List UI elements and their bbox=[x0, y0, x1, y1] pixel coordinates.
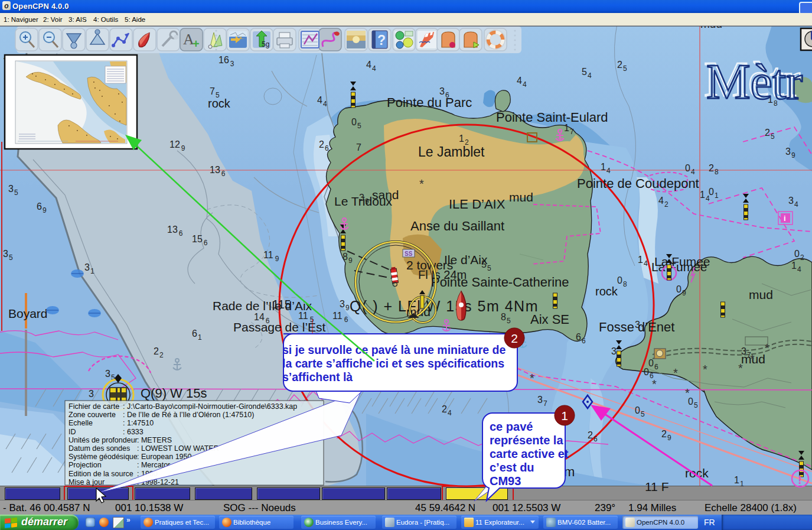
svg-text:2: 2 bbox=[442, 404, 447, 414]
svg-text:!: ! bbox=[798, 473, 802, 486]
svg-text:8: 8 bbox=[501, 312, 506, 322]
svg-text:7: 7 bbox=[210, 86, 215, 96]
svg-text:Pointe de Coudepont: Pointe de Coudepont bbox=[577, 176, 699, 191]
svg-text:les: les bbox=[549, 452, 565, 466]
svg-text:rock: rock bbox=[595, 285, 618, 298]
svg-text:4: 4 bbox=[706, 194, 710, 203]
svg-text:rock: rock bbox=[685, 466, 709, 480]
svg-text:3: 3 bbox=[84, 262, 90, 272]
svg-text:7: 7 bbox=[543, 399, 547, 408]
svg-text:2: 2 bbox=[465, 138, 469, 147]
svg-text:2: 2 bbox=[661, 429, 667, 439]
svg-text:*: * bbox=[530, 372, 534, 385]
svg-text:3: 3 bbox=[89, 389, 94, 399]
svg-text:3: 3 bbox=[788, 196, 794, 206]
svg-text:rock: rock bbox=[208, 97, 231, 110]
svg-text:2: 2 bbox=[511, 331, 518, 345]
svg-text:Fl Is 24m: Fl Is 24m bbox=[418, 268, 467, 281]
svg-text:0: 0 bbox=[676, 284, 681, 294]
svg-text:4: 4 bbox=[691, 168, 695, 176]
svg-text:5: 5 bbox=[487, 264, 491, 272]
svg-text:3: 3 bbox=[3, 249, 8, 259]
svg-text:Fichier de carte: Fichier de carte bbox=[69, 402, 119, 411]
svg-text:3: 3 bbox=[8, 184, 14, 194]
svg-text:4: 4 bbox=[606, 167, 611, 175]
svg-text:2: 2 bbox=[765, 128, 770, 138]
svg-text:1: 1 bbox=[561, 409, 568, 422]
svg-text:1: 1 bbox=[791, 261, 797, 271]
svg-text:Le Tridoux: Le Tridoux bbox=[334, 194, 393, 208]
svg-text:8: 8 bbox=[774, 99, 778, 108]
svg-text:: J:\Carto-Bayo\compil-Noirmou: : J:\Carto-Bayo\compil-Noirmoutier-Giron… bbox=[123, 402, 297, 411]
svg-text:9: 9 bbox=[181, 144, 185, 152]
svg-text:5: 5 bbox=[507, 317, 511, 325]
svg-text:6: 6 bbox=[344, 316, 348, 324]
svg-text:Pointe Saint-Eulard: Pointe Saint-Eulard bbox=[496, 110, 608, 125]
svg-text:5: 5 bbox=[9, 57, 14, 65]
svg-text:: European 1950: : European 1950 bbox=[137, 453, 191, 461]
svg-text:3: 3 bbox=[537, 395, 543, 405]
svg-text:Rade de l’Ile d’Aix: Rade de l’Ile d’Aix bbox=[213, 299, 312, 313]
svg-text:1: 1 bbox=[90, 267, 94, 275]
svg-text:Système géodésique: Système géodésique bbox=[69, 453, 138, 461]
svg-text:7: 7 bbox=[356, 142, 361, 152]
svg-text:0: 0 bbox=[685, 163, 690, 173]
svg-text:8: 8 bbox=[343, 252, 348, 262]
svg-text:3: 3 bbox=[105, 369, 110, 379]
svg-text:2: 2 bbox=[159, 351, 164, 359]
svg-text:ce pavé: ce pavé bbox=[490, 420, 533, 433]
svg-text:4: 4 bbox=[323, 100, 327, 108]
svg-text:2: 2 bbox=[800, 253, 804, 262]
svg-text:*: * bbox=[685, 386, 690, 399]
svg-text:6: 6 bbox=[179, 229, 183, 238]
svg-text:1: 1 bbox=[734, 475, 739, 485]
svg-text:13: 13 bbox=[167, 225, 178, 235]
svg-text:16: 16 bbox=[219, 55, 229, 65]
svg-text:Mètr: Mètr bbox=[706, 54, 803, 109]
svg-text:5: 5 bbox=[111, 373, 115, 382]
svg-text:12: 12 bbox=[169, 139, 180, 149]
svg-text:0: 0 bbox=[709, 187, 714, 197]
svg-text:Anse du Saillant: Anse du Saillant bbox=[410, 219, 504, 233]
svg-text:Datum des sondes: Datum des sondes bbox=[69, 444, 130, 453]
svg-text:Passage de l’Est: Passage de l’Est bbox=[233, 320, 326, 334]
svg-text:5: 5 bbox=[14, 188, 18, 197]
svg-text:9: 9 bbox=[275, 255, 279, 263]
svg-text:6: 6 bbox=[576, 332, 581, 342]
svg-text:2: 2 bbox=[319, 139, 324, 149]
svg-text:0: 0 bbox=[648, 358, 654, 368]
svg-text:Q( ) + LFl W 15s 5m 4Nm: Q( ) + LFl W 15s 5m 4Nm bbox=[350, 298, 539, 314]
svg-text:8: 8 bbox=[623, 280, 627, 288]
svg-text:4: 4 bbox=[294, 350, 298, 358]
svg-text:mud: mud bbox=[509, 190, 533, 204]
svg-text:: 1980: : 1980 bbox=[137, 470, 158, 478]
svg-text:0: 0 bbox=[635, 405, 640, 415]
svg-text:13: 13 bbox=[210, 165, 220, 175]
svg-text:6: 6 bbox=[221, 170, 226, 178]
svg-text:La Fumee: La Fumee bbox=[654, 255, 710, 268]
svg-text:5: 5 bbox=[216, 91, 220, 99]
svg-text:9: 9 bbox=[791, 151, 795, 160]
svg-text:Pointe du Parc: Pointe du Parc bbox=[387, 95, 472, 110]
svg-text:11: 11 bbox=[332, 311, 343, 321]
svg-text:4: 4 bbox=[644, 259, 648, 268]
svg-text:0: 0 bbox=[794, 249, 800, 259]
svg-text:3: 3 bbox=[741, 346, 746, 356]
svg-text:5: 5 bbox=[623, 64, 627, 73]
svg-text:*: * bbox=[703, 363, 707, 376]
svg-text:3: 3 bbox=[611, 346, 617, 356]
svg-text:0: 0 bbox=[351, 117, 357, 127]
svg-text:6: 6 bbox=[593, 435, 598, 443]
svg-text:Pointe Sainte-Catherine: Pointe Sainte-Catherine bbox=[431, 275, 569, 290]
svg-text:115: 115 bbox=[272, 298, 291, 311]
svg-text:6: 6 bbox=[582, 337, 586, 345]
svg-text:: LOWEST LOW WATER: : LOWEST LOW WATER bbox=[137, 444, 219, 453]
svg-text:Le Jamblet: Le Jamblet bbox=[418, 144, 485, 160]
svg-text:Q(9) W 15s: Q(9) W 15s bbox=[141, 386, 207, 401]
svg-text:*: * bbox=[750, 352, 755, 365]
svg-text:+: + bbox=[557, 132, 563, 144]
svg-text:11: 11 bbox=[263, 250, 273, 260]
svg-text:4: 4 bbox=[794, 200, 798, 209]
svg-text:Zone couverte: Zone couverte bbox=[69, 411, 116, 419]
svg-text:*: * bbox=[765, 342, 769, 355]
